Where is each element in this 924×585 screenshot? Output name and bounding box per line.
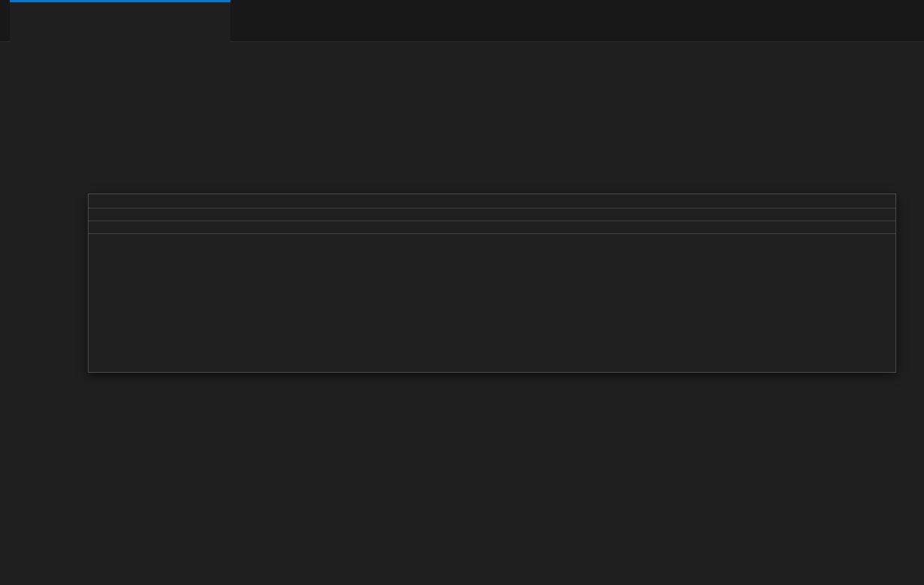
tab-products-module[interactable] <box>10 0 230 42</box>
hover-module-path <box>89 221 895 234</box>
diagnostic-hover-popup <box>88 194 896 373</box>
hover-status-bar <box>89 234 895 248</box>
breadcrumb <box>0 43 924 75</box>
tab-bar <box>0 0 924 42</box>
hover-eslint-message <box>89 208 895 221</box>
hover-ts-message <box>89 194 895 208</box>
code-editor[interactable] <box>0 75 924 585</box>
